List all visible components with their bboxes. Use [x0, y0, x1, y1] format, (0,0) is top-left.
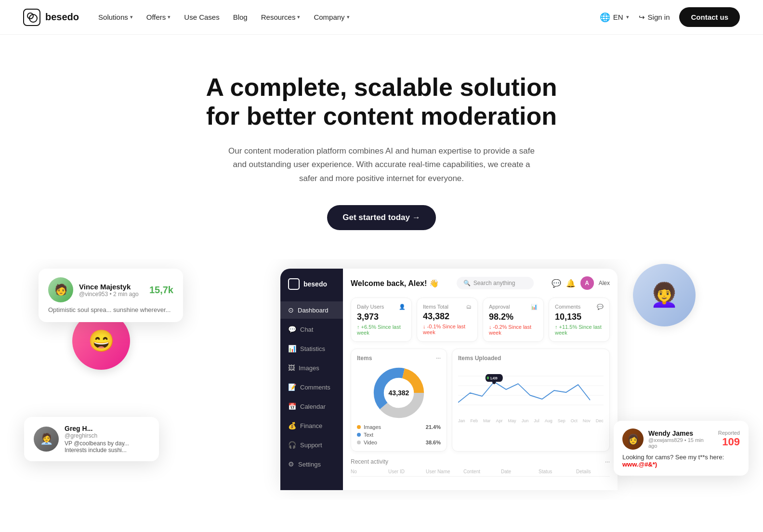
sidebar-item-calendar[interactable]: 📅 Calendar — [280, 398, 343, 415]
dashboard-sidebar: besedo ⊙ Dashboard 💬 Chat 📊 Statistics 🖼… — [280, 269, 343, 490]
svg-text:1,439: 1,439 — [490, 376, 497, 380]
legend-images: Images 21.4% — [357, 424, 441, 430]
nav-offers[interactable]: Offers ▾ — [146, 13, 171, 21]
comments-change: ↑ +11.5% Since last week — [555, 324, 604, 336]
comments-value: 10,135 — [555, 312, 604, 322]
nav-right: 🌐 EN ▾ ↪ Sign in Contact us — [600, 7, 740, 27]
search-icon: 🔍 — [463, 280, 471, 286]
sidebar-item-images[interactable]: 🖼 Images — [280, 359, 343, 376]
donut-center-value: 43,382 — [389, 389, 409, 397]
nav-solutions[interactable]: Solutions ▾ — [98, 13, 133, 21]
support-icon: 🎧 — [288, 441, 296, 449]
hero-title: A complete, scalable solution for better… — [188, 73, 575, 131]
preview-section: 🧑 Vince Majestyk @vince953 • 2 min ago 1… — [0, 259, 763, 500]
navbar: besedo Solutions ▾ Offers ▾ Use Cases Bl… — [0, 0, 763, 35]
nav-left: besedo Solutions ▾ Offers ▾ Use Cases Bl… — [23, 9, 350, 26]
sidebar-item-support[interactable]: 🎧 Support — [280, 436, 343, 454]
wendy-name: Wendy James — [648, 429, 713, 437]
chevron-down-icon: ▾ — [297, 14, 300, 20]
settings-icon: ⚙ — [288, 460, 294, 468]
chart-months: JanFebMarAprMayJun JulAugSepOctNovDec — [458, 418, 604, 423]
language-selector[interactable]: 🌐 EN ▾ — [600, 12, 629, 23]
wendy-text: Looking for cams? See my t**s here: www.… — [622, 454, 740, 468]
donut-chart: 43,382 — [357, 366, 441, 419]
hero-subtitle: Our content moderation platform combines… — [227, 144, 536, 186]
legend-text: Text — [357, 432, 441, 438]
svg-point-7 — [487, 376, 489, 379]
nav-company[interactable]: Company ▾ — [314, 13, 349, 21]
avatar-vince: 🧑 — [48, 277, 73, 302]
notification-icon[interactable]: 🔔 — [566, 279, 576, 288]
dashboard-icon: ⊙ — [288, 306, 294, 314]
signin-icon: ↪ — [639, 13, 645, 22]
dashboard-preview: besedo ⊙ Dashboard 💬 Chat 📊 Statistics 🖼… — [280, 269, 618, 490]
vince-count: 15,7k — [149, 285, 173, 296]
avatar-greg: 🧑‍💼 — [34, 427, 59, 452]
greg-handle: @greghirsch — [65, 432, 149, 439]
daily-users-value: 3,973 — [357, 312, 406, 322]
stat-daily-users: Daily Users 👤 3,973 ↑ +6.5% Since last w… — [351, 298, 412, 342]
dashboard-header: Welcome back, Alex! 👋 🔍 Search anything … — [351, 276, 610, 290]
globe-icon: 🌐 — [600, 12, 610, 23]
stats-row: Daily Users 👤 3,973 ↑ +6.5% Since last w… — [351, 298, 610, 342]
donut-legend: Images 21.4% Text Video 38.6% — [357, 424, 441, 445]
line-chart-label: Items Uploaded — [458, 355, 604, 362]
chat-icon: 💬 — [288, 325, 296, 333]
legend-video: Video 38.6% — [357, 440, 441, 445]
logo-text: besedo — [45, 12, 79, 23]
wendy-meta: @xxwjams829 • 15 min ago — [648, 437, 713, 449]
card-wendy: 👩 Wendy James @xxwjams829 • 15 min ago R… — [614, 421, 749, 476]
users-icon: 👤 — [399, 304, 406, 310]
sidebar-item-settings[interactable]: ⚙ Settings — [280, 455, 343, 473]
wendy-reported-label: Reported — [718, 430, 740, 436]
sidebar-item-statistics[interactable]: 📊 Statistics — [280, 340, 343, 357]
greg-text: VP @coolbeans by day... Interests includ… — [65, 440, 149, 454]
logo[interactable]: besedo — [23, 9, 79, 26]
nav-use-cases[interactable]: Use Cases — [184, 13, 219, 21]
daily-users-change: ↑ +6.5% Since last week — [357, 324, 406, 336]
card-greg: 🧑‍💼 Greg H... @greghirsch VP @coolbeans … — [24, 417, 159, 461]
chevron-down-icon: ▾ — [347, 14, 350, 20]
signin-button[interactable]: ↪ Sign in — [639, 13, 670, 22]
stat-comments: Comments 💬 10,135 ↑ +11.5% Since last we… — [549, 298, 610, 342]
stat-approval: Approval 📊 98.2% ↓ -0.2% Since last week — [483, 298, 544, 342]
comments-stat-icon: 💬 — [597, 304, 604, 310]
comments-icon: 📝 — [288, 383, 296, 391]
statistics-icon: 📊 — [288, 345, 296, 352]
sidebar-item-comments[interactable]: 📝 Comments — [280, 378, 343, 396]
line-chart-card: Items Uploaded — [452, 349, 610, 452]
donut-label: Items ··· — [357, 355, 441, 362]
contact-button[interactable]: Contact us — [679, 7, 740, 27]
vince-name: Vince Majestyk — [79, 283, 144, 291]
avatar-wendy: 👩 — [622, 428, 644, 450]
charts-row: Items ··· 43,382 I — [351, 349, 610, 452]
approval-icon: 📊 — [531, 304, 538, 310]
sidebar-item-dashboard[interactable]: ⊙ Dashboard — [280, 301, 343, 319]
recent-activity-section: Recent activity ··· No User ID User Name… — [351, 458, 610, 477]
vince-text: Optimistic soul sprea... sunshine wherev… — [48, 306, 173, 313]
donut-chart-card: Items ··· 43,382 I — [351, 349, 447, 452]
message-icon[interactable]: 💬 — [552, 279, 561, 288]
nav-resources[interactable]: Resources ▾ — [261, 13, 301, 21]
dashboard-main: Welcome back, Alex! 👋 🔍 Search anything … — [343, 269, 618, 490]
user-avatar[interactable]: A — [580, 276, 594, 290]
activity-more[interactable]: ··· — [605, 458, 610, 465]
avatar-female-right: 👩‍🦱 — [633, 264, 696, 326]
chevron-down-icon: ▾ — [168, 14, 171, 20]
nav-blog[interactable]: Blog — [233, 13, 248, 21]
finance-icon: 💰 — [288, 422, 296, 429]
activity-label: Recent activity — [351, 458, 388, 465]
card-vince: 🧑 Vince Majestyk @vince953 • 2 min ago 1… — [39, 269, 183, 322]
activity-columns: No User ID User Name Content Date Status… — [351, 469, 610, 477]
hero-section: A complete, scalable solution for better… — [165, 35, 598, 259]
vince-meta: @vince953 • 2 min ago — [79, 291, 144, 298]
wendy-reported-num: 109 — [722, 436, 740, 448]
chevron-down-icon: ▾ — [626, 14, 629, 20]
cta-button[interactable]: Get started today → — [327, 205, 436, 230]
stat-items-total: Items Total 🗂 43,382 ↓ -0.1% Since last … — [417, 298, 478, 342]
calendar-icon: 📅 — [288, 402, 296, 410]
items-total-change: ↓ -0.1% Since last week — [423, 324, 472, 335]
dashboard-search[interactable]: 🔍 Search anything — [457, 277, 534, 289]
sidebar-item-finance[interactable]: 💰 Finance — [280, 417, 343, 434]
sidebar-item-chat[interactable]: 💬 Chat — [280, 321, 343, 338]
